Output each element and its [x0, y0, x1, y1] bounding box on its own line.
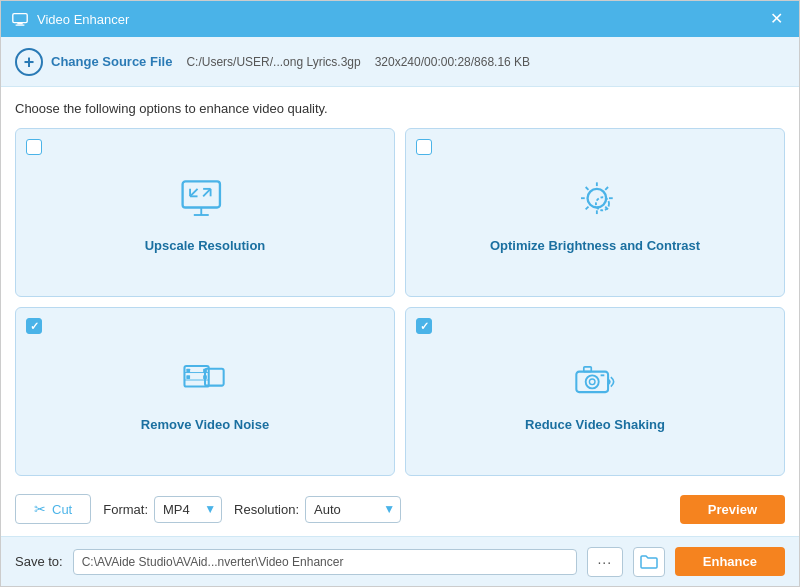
- film-icon: [177, 356, 233, 407]
- file-path: C:/Users/USER/...ong Lyrics.3gp: [186, 55, 360, 69]
- svg-rect-33: [584, 366, 591, 371]
- resolution-select[interactable]: Auto 320x240 640x480 1280x720: [305, 496, 401, 523]
- add-icon: +: [15, 48, 43, 76]
- svg-rect-26: [203, 368, 207, 372]
- svg-rect-3: [183, 181, 220, 207]
- svg-rect-2: [16, 24, 25, 25]
- format-select-wrapper: MP4 AVI MOV MKV ▼: [154, 496, 222, 523]
- upscale-label: Upscale Resolution: [145, 238, 266, 253]
- svg-line-19: [605, 187, 608, 190]
- monitor-icon: [177, 177, 233, 228]
- svg-line-8: [203, 188, 210, 195]
- folder-icon: [640, 554, 658, 570]
- svg-rect-25: [186, 375, 190, 379]
- scissors-icon: ✂: [34, 501, 46, 517]
- cut-label: Cut: [52, 502, 72, 517]
- enhance-button[interactable]: Enhance: [675, 547, 785, 576]
- shaking-checkbox[interactable]: [416, 318, 432, 334]
- svg-rect-24: [186, 368, 190, 372]
- resolution-select-wrapper: Auto 320x240 640x480 1280x720 ▼: [305, 496, 401, 523]
- instructions-text: Choose the following options to enhance …: [15, 101, 785, 116]
- brightness-checkbox[interactable]: [416, 139, 432, 155]
- svg-rect-27: [203, 375, 207, 379]
- format-select[interactable]: MP4 AVI MOV MKV: [154, 496, 222, 523]
- source-bar: + Change Source File C:/Users/USER/...on…: [1, 37, 799, 87]
- more-options-button[interactable]: ···: [587, 547, 623, 577]
- svg-rect-1: [17, 23, 22, 25]
- close-button[interactable]: ✕: [764, 9, 789, 29]
- noise-checkbox[interactable]: [26, 318, 42, 334]
- svg-line-11: [190, 188, 197, 195]
- window-title: Video Enhancer: [37, 12, 129, 27]
- svg-point-31: [586, 375, 599, 388]
- main-window: Video Enhancer ✕ + Change Source File C:…: [0, 0, 800, 587]
- svg-line-20: [586, 206, 589, 209]
- app-icon: [11, 10, 29, 28]
- save-path: C:\AVAide Studio\AVAid...nverter\Video E…: [73, 549, 577, 575]
- save-to-label: Save to:: [15, 554, 63, 569]
- svg-point-32: [589, 379, 595, 385]
- change-source-button[interactable]: + Change Source File: [15, 48, 172, 76]
- svg-rect-0: [13, 14, 27, 23]
- title-bar-left: Video Enhancer: [11, 10, 129, 28]
- noise-label: Remove Video Noise: [141, 417, 269, 432]
- reduce-shaking-card[interactable]: Reduce Video Shaking: [405, 307, 785, 476]
- options-grid: Upscale Resolution: [15, 128, 785, 476]
- cut-button[interactable]: ✂ Cut: [15, 494, 91, 524]
- resolution-group: Resolution: Auto 320x240 640x480 1280x72…: [234, 496, 401, 523]
- brightness-label: Optimize Brightness and Contrast: [490, 238, 700, 253]
- format-label: Format:: [103, 502, 148, 517]
- camera-icon: [567, 356, 623, 407]
- format-group: Format: MP4 AVI MOV MKV ▼: [103, 496, 222, 523]
- content-area: Choose the following options to enhance …: [1, 87, 799, 536]
- preview-button[interactable]: Preview: [680, 495, 785, 524]
- file-info: 320x240/00:00:28/868.16 KB: [375, 55, 530, 69]
- toolbar: ✂ Cut Format: MP4 AVI MOV MKV ▼ Resoluti…: [15, 486, 785, 526]
- dots-icon: ···: [597, 554, 612, 570]
- upscale-resolution-card[interactable]: Upscale Resolution: [15, 128, 395, 297]
- svg-line-17: [586, 187, 589, 190]
- remove-noise-card[interactable]: Remove Video Noise: [15, 307, 395, 476]
- shaking-label: Reduce Video Shaking: [525, 417, 665, 432]
- upscale-checkbox[interactable]: [26, 139, 42, 155]
- svg-point-21: [596, 197, 609, 210]
- brightness-contrast-card[interactable]: Optimize Brightness and Contrast: [405, 128, 785, 297]
- brightness-icon: [567, 177, 623, 228]
- browse-folder-button[interactable]: [633, 547, 665, 577]
- change-source-label: Change Source File: [51, 54, 172, 69]
- title-bar: Video Enhancer ✕: [1, 1, 799, 37]
- resolution-label: Resolution:: [234, 502, 299, 517]
- footer: Save to: C:\AVAide Studio\AVAid...nverte…: [1, 536, 799, 586]
